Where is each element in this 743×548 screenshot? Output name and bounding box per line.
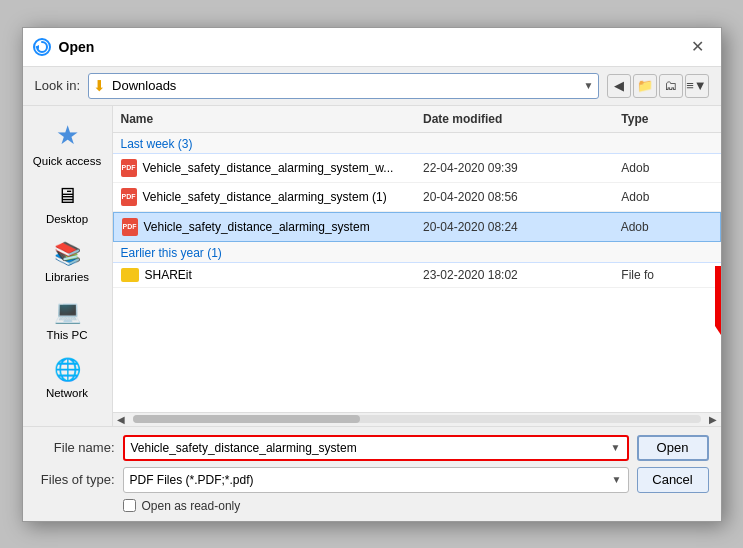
group-header-last-week: Last week (3) — [113, 133, 721, 154]
file-date-cell: 20-04-2020 08:56 — [415, 188, 613, 206]
sidebar-label-quick-access: Quick access — [33, 155, 101, 167]
open-button[interactable]: Open — [637, 435, 709, 461]
table-row[interactable]: PDF Vehicle_safety_distance_alarming_sys… — [113, 183, 721, 212]
title-bar-left: Open — [33, 38, 95, 56]
pdf-icon: PDF — [122, 218, 138, 236]
pdf-icon: PDF — [121, 159, 137, 177]
toolbar-row: Look in: ⬇ Downloads ▼ ◀ 📁 🗂 ≡▼ — [23, 67, 721, 106]
look-in-combo[interactable]: ⬇ Downloads ▼ — [88, 73, 598, 99]
scroll-track — [133, 415, 701, 423]
view-button[interactable]: ≡▼ — [685, 74, 709, 98]
sidebar-label-libraries: Libraries — [45, 271, 89, 283]
filetype-label: Files of type: — [35, 472, 115, 487]
file-list: Last week (3) PDF Vehicle_safety_distanc… — [113, 133, 721, 412]
filename-label: File name: — [35, 440, 115, 455]
file-date-cell: 20-04-2020 08:24 — [415, 218, 613, 236]
sidebar: ★ Quick access 🖥 Desktop 📚 Libraries 💻 T… — [23, 106, 113, 426]
readonly-row: Open as read-only — [35, 499, 709, 513]
sidebar-label-desktop: Desktop — [46, 213, 88, 225]
scroll-right-button[interactable]: ▶ — [705, 414, 721, 425]
sidebar-label-network: Network — [46, 387, 88, 399]
filetype-combo[interactable]: PDF Files (*.PDF;*.pdf) ▼ — [123, 467, 629, 493]
file-panel: Name Date modified Type Last week (3) PD… — [113, 106, 721, 426]
back-button[interactable]: ◀ — [607, 74, 631, 98]
file-type-cell: File fo — [613, 266, 720, 284]
file-name-text: Vehicle_safety_distance_alarming_system_… — [143, 161, 394, 175]
folder-arrow-icon: ⬇ — [93, 77, 106, 95]
file-name-cell: PDF Vehicle_safety_distance_alarming_sys… — [113, 186, 416, 208]
scroll-thumb — [133, 415, 360, 423]
folder-icon — [121, 268, 139, 282]
file-name-cell: SHAREit — [113, 266, 416, 284]
file-list-header: Name Date modified Type — [113, 106, 721, 133]
dropdown-arrow-icon: ▼ — [584, 80, 594, 91]
main-area: ★ Quick access 🖥 Desktop 📚 Libraries 💻 T… — [23, 106, 721, 426]
dialog-title: Open — [59, 39, 95, 55]
filename-combo[interactable]: Vehicle_safety_distance_alarming_system … — [123, 435, 629, 461]
this-pc-icon: 💻 — [54, 299, 81, 325]
open-dialog: Open ✕ Look in: ⬇ Downloads ▼ ◀ 📁 🗂 ≡▼ ★… — [22, 27, 722, 522]
sidebar-item-quick-access[interactable]: ★ Quick access — [26, 114, 108, 173]
file-date-cell: 22-04-2020 09:39 — [415, 159, 613, 177]
sidebar-item-this-pc[interactable]: 💻 This PC — [26, 293, 108, 347]
file-type-cell: Adob — [613, 188, 720, 206]
sidebar-item-libraries[interactable]: 📚 Libraries — [26, 235, 108, 289]
col-header-date[interactable]: Date modified — [415, 108, 613, 130]
filetype-row: Files of type: PDF Files (*.PDF;*.pdf) ▼… — [35, 467, 709, 493]
table-row[interactable]: PDF Vehicle_safety_distance_alarming_sys… — [113, 154, 721, 183]
col-header-type[interactable]: Type — [613, 108, 720, 130]
bottom-area: File name: Vehicle_safety_distance_alarm… — [23, 426, 721, 521]
horizontal-scrollbar[interactable]: ◀ ▶ — [113, 412, 721, 426]
file-name-text: Vehicle_safety_distance_alarming_system … — [143, 190, 387, 204]
close-button[interactable]: ✕ — [687, 36, 709, 58]
filetype-value: PDF Files (*.PDF;*.pdf) — [130, 473, 608, 487]
file-name-text: Vehicle_safety_distance_alarming_system — [144, 220, 370, 234]
file-type-cell: Adob — [613, 159, 720, 177]
filetype-dropdown-arrow: ▼ — [612, 474, 622, 485]
desktop-icon: 🖥 — [56, 183, 78, 209]
cancel-button[interactable]: Cancel — [637, 467, 709, 493]
libraries-icon: 📚 — [54, 241, 81, 267]
sidebar-label-this-pc: This PC — [47, 329, 88, 341]
file-type-cell: Adob — [613, 218, 720, 236]
network-icon: 🌐 — [54, 357, 81, 383]
dialog-icon — [33, 38, 51, 56]
table-row[interactable]: PDF Vehicle_safety_distance_alarming_sys… — [113, 212, 721, 242]
up-button[interactable]: 📁 — [633, 74, 657, 98]
file-name-cell: PDF Vehicle_safety_distance_alarming_sys… — [114, 216, 415, 238]
file-panel-wrapper: Name Date modified Type Last week (3) PD… — [113, 106, 721, 426]
quick-access-icon: ★ — [56, 120, 79, 151]
group-header-earlier: Earlier this year (1) — [113, 242, 721, 263]
file-name-cell: PDF Vehicle_safety_distance_alarming_sys… — [113, 157, 416, 179]
current-folder-text: Downloads — [112, 78, 578, 93]
readonly-label[interactable]: Open as read-only — [142, 499, 241, 513]
readonly-checkbox[interactable] — [123, 499, 136, 512]
filename-dropdown-arrow: ▼ — [611, 442, 621, 453]
scroll-left-button[interactable]: ◀ — [113, 414, 129, 425]
file-name-text: SHAREit — [145, 268, 192, 282]
look-in-label: Look in: — [35, 78, 81, 93]
filename-row: File name: Vehicle_safety_distance_alarm… — [35, 435, 709, 461]
nav-buttons: ◀ 📁 🗂 ≡▼ — [607, 74, 709, 98]
col-header-name[interactable]: Name — [113, 108, 416, 130]
sidebar-item-desktop[interactable]: 🖥 Desktop — [26, 177, 108, 231]
create-folder-button[interactable]: 🗂 — [659, 74, 683, 98]
filename-value: Vehicle_safety_distance_alarming_system — [131, 441, 607, 455]
sidebar-item-network[interactable]: 🌐 Network — [26, 351, 108, 405]
title-bar: Open ✕ — [23, 28, 721, 67]
table-row[interactable]: SHAREit 23-02-2020 18:02 File fo — [113, 263, 721, 288]
pdf-icon: PDF — [121, 188, 137, 206]
file-date-cell: 23-02-2020 18:02 — [415, 266, 613, 284]
